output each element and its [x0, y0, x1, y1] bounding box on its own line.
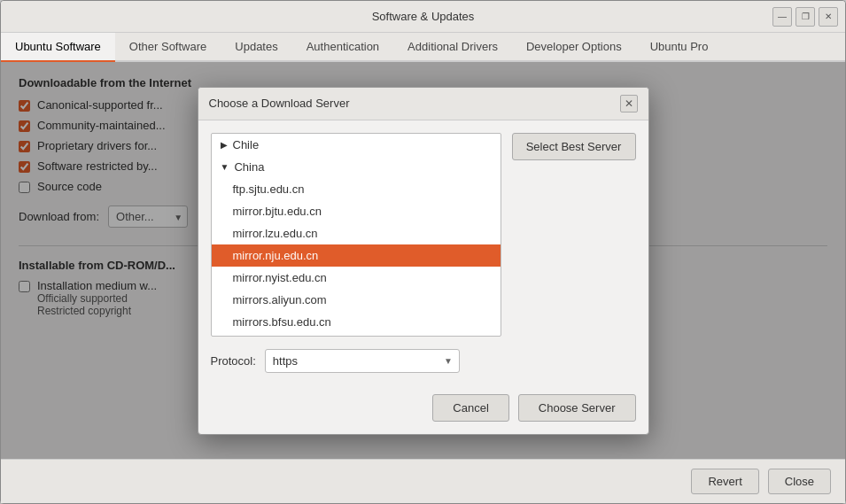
server-ftp-sjtu-label: ftp.sjtu.edu.cn	[233, 182, 305, 196]
choose-server-button[interactable]: Choose Server	[518, 394, 636, 422]
maximize-button[interactable]: ❐	[796, 7, 815, 27]
modal-footer: Cancel Choose Server	[198, 385, 648, 434]
server-mirrors-bfsu-label: mirrors.bfsu.edu.cn	[233, 315, 331, 329]
tab-updates[interactable]: Updates	[221, 33, 291, 62]
tab-authentication[interactable]: Authentication	[292, 33, 393, 62]
server-item-mirror-lzu[interactable]: mirror.lzu.edu.cn	[212, 222, 501, 244]
modal-close-button[interactable]: ✕	[620, 95, 638, 112]
revert-button[interactable]: Revert	[691, 469, 758, 494]
close-window-button[interactable]: ✕	[819, 7, 838, 27]
chevron-down-icon: ▼	[221, 162, 229, 172]
cancel-button[interactable]: Cancel	[432, 394, 508, 422]
server-china-label: China	[234, 160, 264, 174]
main-content: Downloadable from the Internet Canonical…	[1, 62, 845, 459]
tab-ubuntu-pro[interactable]: Ubuntu Pro	[636, 33, 723, 62]
server-item-chile[interactable]: ▶ Chile	[212, 134, 501, 156]
download-server-modal: Choose a Download Server ✕ ▶ Chile ▼ Chi…	[198, 87, 649, 435]
window-controls: — ❐ ✕	[772, 7, 838, 27]
tab-other-software[interactable]: Other Software	[115, 33, 221, 62]
modal-title: Choose a Download Server	[209, 97, 350, 110]
tab-additional-drivers[interactable]: Additional Drivers	[393, 33, 512, 62]
tab-ubuntu-software[interactable]: Ubuntu Software	[1, 33, 115, 62]
server-item-china[interactable]: ▼ China	[212, 156, 501, 178]
server-mirror-nyist-label: mirror.nyist.edu.cn	[233, 271, 327, 284]
server-item-mirror-bjtu[interactable]: mirror.bjtu.edu.cn	[212, 200, 501, 222]
protocol-select-wrapper: https http ftp ▼	[265, 349, 460, 373]
bottom-bar: Revert Close	[1, 459, 845, 503]
server-mirror-nju-label: mirror.nju.edu.cn	[233, 249, 319, 262]
protocol-label: Protocol:	[211, 354, 256, 368]
server-mirror-lzu-label: mirror.lzu.edu.cn	[233, 227, 318, 240]
window-title: Software & Updates	[372, 10, 475, 23]
modal-right-panel: Select Best Server	[512, 133, 636, 337]
chevron-right-icon: ▶	[221, 140, 228, 150]
server-mirror-bjtu-label: mirror.bjtu.edu.cn	[233, 205, 322, 218]
minimize-button[interactable]: —	[772, 7, 792, 27]
server-item-mirrors-aliyun[interactable]: mirrors.aliyun.com	[212, 289, 501, 311]
server-item-mirror-nyist[interactable]: mirror.nyist.edu.cn	[212, 267, 501, 289]
modal-body: ▶ Chile ▼ China ftp.sjtu.edu.cn mirror.b…	[198, 120, 648, 349]
protocol-select[interactable]: https http ftp	[265, 349, 460, 373]
server-chile-label: Chile	[233, 138, 260, 151]
modal-titlebar: Choose a Download Server ✕	[198, 88, 648, 120]
modal-overlay: Choose a Download Server ✕ ▶ Chile ▼ Chi…	[1, 62, 845, 459]
main-window: Software & Updates — ❐ ✕ Ubuntu Software…	[0, 0, 846, 504]
tab-developer-options[interactable]: Developer Options	[512, 33, 636, 62]
tab-bar: Ubuntu Software Other Software Updates A…	[1, 33, 845, 62]
server-item-ftp-sjtu[interactable]: ftp.sjtu.edu.cn	[212, 178, 501, 200]
server-list[interactable]: ▶ Chile ▼ China ftp.sjtu.edu.cn mirror.b…	[211, 133, 501, 337]
select-best-server-button[interactable]: Select Best Server	[512, 133, 636, 160]
protocol-row: Protocol: https http ftp ▼	[198, 349, 648, 385]
server-mirrors-aliyun-label: mirrors.aliyun.com	[233, 293, 327, 306]
titlebar: Software & Updates — ❐ ✕	[1, 1, 845, 33]
close-button[interactable]: Close	[768, 469, 831, 494]
server-item-mirrors-bfsu[interactable]: mirrors.bfsu.edu.cn	[212, 311, 501, 333]
server-item-mirror-nju[interactable]: mirror.nju.edu.cn	[212, 244, 501, 267]
